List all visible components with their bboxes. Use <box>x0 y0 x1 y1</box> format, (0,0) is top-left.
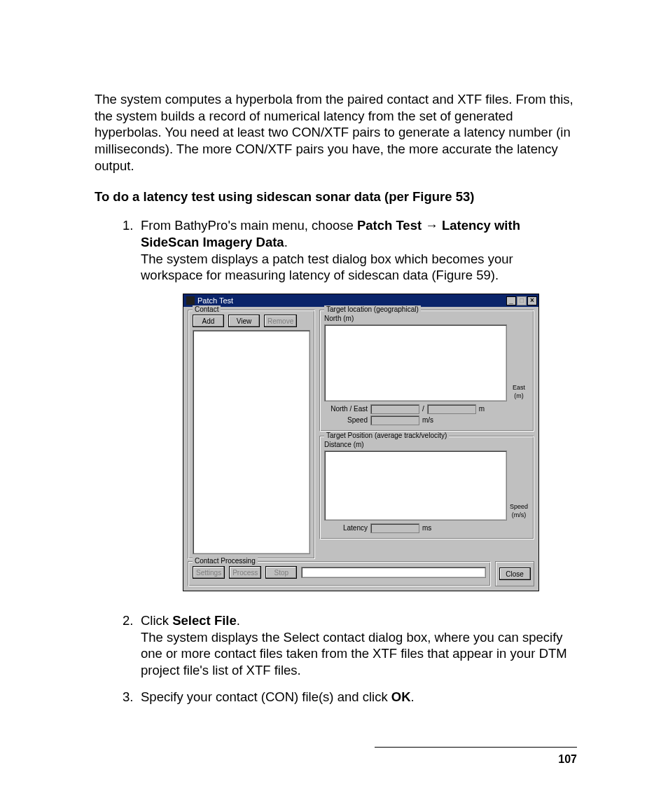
progress-bar <box>301 567 486 578</box>
distance-axis-label: Distance (m) <box>324 441 529 449</box>
latency-label: Latency <box>324 524 368 532</box>
step-1-text-a: From BathyPro's main menu, choose <box>141 218 357 233</box>
process-button[interactable]: Process <box>229 566 261 579</box>
close-icon[interactable]: × <box>527 296 537 305</box>
close-button[interactable]: Close <box>499 567 531 580</box>
step-2: 2. Click Select File. The system display… <box>123 612 577 679</box>
north-east-label: North / East <box>324 405 368 413</box>
speed-axis-label-2: (m/s) <box>512 511 527 518</box>
minimize-button[interactable]: _ <box>506 296 516 305</box>
speed-axis-label-1: Speed <box>510 503 528 510</box>
remove-button[interactable]: Remove <box>264 315 297 327</box>
step-2-number: 2. <box>123 612 141 679</box>
contact-list[interactable] <box>193 330 310 554</box>
step-2-body: The system displays the Select contact d… <box>141 630 567 677</box>
ne-separator: / <box>422 405 424 413</box>
step-1-text-b: . <box>284 235 288 249</box>
maximize-button[interactable]: □ <box>517 296 527 305</box>
add-button[interactable]: Add <box>193 315 224 327</box>
latency-unit: ms <box>422 524 431 532</box>
east-axis-label-1: East <box>513 384 525 391</box>
intro-paragraph: The system computes a hyperbola from the… <box>95 91 577 174</box>
step-3: 3. Specify your contact (CON) file(s) an… <box>123 689 577 706</box>
latency-value[interactable] <box>370 523 419 533</box>
north-axis-label: North (m) <box>324 315 529 323</box>
step-3-text-b: . <box>411 689 415 704</box>
target-avg-legend: Target Position (average track/velocity) <box>324 432 449 440</box>
page-footer: 107 <box>375 747 577 766</box>
geo-plot-canvas <box>324 324 507 401</box>
step-2-bold: Select File <box>172 613 237 628</box>
step-1-body-2: The system displays a patch test dialog … <box>141 252 513 283</box>
contact-legend: Contact <box>193 305 221 314</box>
step-2-text-a: Click <box>141 613 172 628</box>
close-button-frame: Close <box>495 561 534 586</box>
stop-button[interactable]: Stop <box>265 566 297 579</box>
app-icon <box>186 296 195 305</box>
step-3-text-a: Specify your contact (CON) file(s) and c… <box>141 689 391 704</box>
step-1: 1. From BathyPro's main menu, choose Pat… <box>123 217 577 284</box>
speed-unit: m/s <box>422 416 433 425</box>
speed-label: Speed <box>324 416 368 425</box>
avg-plot-canvas <box>324 450 507 521</box>
target-avg-group: Target Position (average track/velocity)… <box>319 436 534 539</box>
speed-value[interactable] <box>370 415 419 425</box>
step-3-number: 3. <box>123 689 141 706</box>
contact-group: Contact Add View Remove <box>188 310 315 559</box>
step-3-bold: OK <box>391 689 411 704</box>
step-1-bold-1: Patch Test <box>357 218 425 233</box>
page-number: 107 <box>558 753 577 765</box>
settings-button[interactable]: Settings <box>193 566 225 579</box>
step-1-arrow: → <box>425 218 438 233</box>
east-value[interactable] <box>427 404 476 414</box>
processing-legend: Contact Processing <box>193 557 258 565</box>
contact-processing-group: Contact Processing Settings Process Stop <box>188 561 491 586</box>
north-value[interactable] <box>370 404 419 414</box>
procedure-heading: To do a latency test using sidescan sona… <box>95 189 577 205</box>
east-axis-label-2: (m) <box>514 392 524 399</box>
target-geo-group: Target location (geographical) North (m)… <box>319 310 534 432</box>
target-geo-legend: Target location (geographical) <box>324 305 421 314</box>
patch-test-dialog: Patch Test _ □ × Contact Add View <box>183 294 539 591</box>
step-2-text-b: . <box>237 613 240 628</box>
step-1-number: 1. <box>123 217 141 284</box>
view-button[interactable]: View <box>228 315 260 327</box>
ne-unit: m <box>479 405 485 413</box>
